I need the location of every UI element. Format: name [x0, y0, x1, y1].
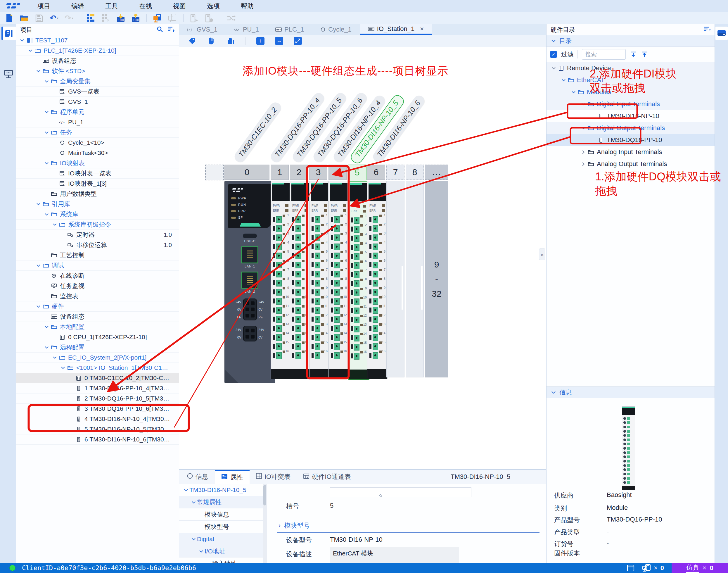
io-module[interactable]: PWRERR12345678910111213141516: [290, 181, 311, 379]
channel-9[interactable]: 9: [291, 287, 309, 296]
tree-item[interactable]: 5 TM30-DI16-NP-10_5[TM30-DI16-NP-10]: [16, 424, 179, 434]
channel-3[interactable]: 3: [311, 232, 328, 242]
channel-16[interactable]: 16: [291, 350, 309, 359]
tree-item[interactable]: Digital Input Terminals: [547, 98, 715, 110]
tree-item[interactable]: 6 TM30-DI16-NP-10_6[TM30-DI16-NP-10]: [16, 434, 179, 445]
properties-tab-硬件IO通道表[interactable]: 硬件IO通道表: [297, 470, 357, 484]
lan1-port[interactable]: [241, 247, 258, 263]
channel-16[interactable]: 16: [350, 351, 368, 360]
channel-9[interactable]: 9: [369, 287, 386, 296]
channel-4[interactable]: 4: [369, 242, 386, 251]
open-project-icon[interactable]: [19, 13, 30, 23]
chevron-down-icon[interactable]: [51, 223, 58, 226]
menu-item-编辑[interactable]: 编辑: [61, 0, 95, 12]
channel-1[interactable]: 1: [350, 215, 368, 224]
channel-14[interactable]: 14: [330, 332, 347, 341]
device-desc-textarea[interactable]: EtherCAT 模块: [330, 547, 459, 563]
channel-7[interactable]: 7: [311, 269, 328, 278]
io-module-slot[interactable]: PWRERR12345678910111213141516: [329, 181, 346, 377]
tree-item[interactable]: EC_IO_System_2[P/X-port1]: [16, 353, 179, 363]
channel-15[interactable]: 15: [291, 341, 309, 350]
lan2-port[interactable]: [241, 272, 258, 289]
io-module-slot[interactable]: PWRERR12345678910111213141516: [271, 181, 288, 377]
chevron-down-icon[interactable]: [198, 550, 205, 553]
slot-header-3[interactable]: 3: [309, 165, 327, 180]
tree-item[interactable]: Digital Output Terminals: [547, 122, 715, 134]
catalog-sort-icon[interactable]: [704, 26, 711, 34]
module-stop-icon[interactable]: [204, 13, 215, 23]
tree-item[interactable]: TM30-DQ16-PP-10: [547, 134, 715, 146]
channel-8[interactable]: 8: [291, 278, 309, 287]
io-module[interactable]: PWRERR12345678910111213141516: [367, 181, 388, 379]
tree-item[interactable]: 全局变量集: [16, 76, 179, 87]
tree-item[interactable]: IO映射表_1[3]: [16, 178, 179, 189]
info-section-bar[interactable]: 信息: [547, 387, 715, 398]
channel-3[interactable]: 3: [330, 232, 347, 242]
tree-item[interactable]: 系统库: [16, 209, 179, 219]
redo-icon[interactable]: ↷▾: [64, 13, 74, 23]
tree-item[interactable]: PLC_1[T426E-XEP-Z1-10]: [16, 46, 179, 56]
channel-16[interactable]: 16: [272, 350, 290, 359]
tree-item[interactable]: Cycle_1<10>: [16, 138, 179, 148]
io-module[interactable]: PWRERR12345678910111213141516: [271, 181, 291, 379]
channel-14[interactable]: 14: [272, 332, 290, 341]
channel-10[interactable]: 10: [272, 296, 290, 305]
chevron-down-icon[interactable]: [35, 69, 42, 72]
channel-3[interactable]: 3: [369, 232, 386, 242]
tree-item[interactable]: 0 TM30-C1EC-10_2[TM30-C1EC-10]: [16, 373, 179, 383]
chevron-down-icon[interactable]: [35, 305, 42, 308]
menu-item-视图[interactable]: 视图: [163, 0, 197, 12]
tab-GVS_1[interactable]: (x)GVS_1: [179, 24, 226, 35]
matrix-disabled-icon[interactable]: ✕: [101, 13, 111, 23]
tree-item[interactable]: 在线诊断: [16, 271, 179, 281]
channel-4[interactable]: 4: [311, 242, 328, 251]
slot-header-2[interactable]: 2: [290, 165, 308, 180]
channel-16[interactable]: 16: [369, 350, 386, 359]
channel-13[interactable]: 13: [369, 323, 386, 332]
tree-item[interactable]: TM30-DI16-NP-10: [547, 110, 715, 122]
catalog-search-input[interactable]: [582, 49, 626, 60]
tree-item[interactable]: 工艺控制: [16, 250, 179, 260]
channel-12[interactable]: 12: [311, 314, 328, 323]
io-module[interactable]: PWRERR12345678910111213141516: [329, 181, 349, 379]
channel-5[interactable]: 5: [350, 251, 368, 260]
tree-item[interactable]: Modules: [547, 86, 715, 98]
channel-6[interactable]: 6: [291, 260, 309, 269]
cpu-module[interactable]: PWRRUNERRSFUSB-CLAN-1LAN-224V0VPE24V0VPE…: [224, 181, 275, 383]
slot-header-8[interactable]: 8: [406, 165, 424, 180]
hardware-canvas[interactable]: 添加IO模块---硬件组态生成----项目树显示 TM30-C1EC-10_2T…: [179, 47, 546, 469]
chevron-down-icon[interactable]: [43, 346, 50, 349]
io-module-selected[interactable]: PWRERR12345678910111213141516: [348, 181, 370, 380]
channel-8[interactable]: 8: [350, 278, 368, 288]
channel-9[interactable]: 9: [272, 287, 290, 296]
tab-PLC_1[interactable]: PLC_1: [267, 24, 312, 35]
tree-item[interactable]: 用户数据类型: [16, 189, 179, 199]
channel-11[interactable]: 11: [291, 305, 309, 314]
channel-2[interactable]: 2: [272, 223, 290, 232]
channel-2[interactable]: 2: [311, 223, 328, 232]
undo-icon[interactable]: ↶▾: [49, 13, 59, 23]
tag-tool-icon[interactable]: [188, 37, 197, 45]
menu-item-选项[interactable]: 选项: [197, 0, 230, 12]
module-model-section[interactable]: ›模块型号: [279, 521, 310, 530]
channel-6[interactable]: 6: [272, 260, 290, 269]
channel-11[interactable]: 11: [330, 305, 347, 314]
chevron-down-icon[interactable]: [580, 103, 587, 106]
new-project-icon[interactable]: [4, 13, 15, 23]
channel-12[interactable]: 12: [350, 315, 368, 324]
channel-4[interactable]: 4: [272, 242, 290, 251]
channel-7[interactable]: 7: [272, 269, 290, 278]
chevron-down-icon[interactable]: [26, 49, 34, 52]
pan-tool-icon[interactable]: [207, 37, 216, 45]
channel-14[interactable]: 14: [369, 332, 386, 341]
empty-slot[interactable]: [406, 181, 424, 377]
channel-3[interactable]: 3: [291, 232, 309, 242]
chevron-down-icon[interactable]: [18, 39, 25, 42]
tree-item[interactable]: 设备组态: [16, 56, 179, 66]
channel-4[interactable]: 4: [291, 242, 309, 251]
channel-10[interactable]: 10: [350, 297, 368, 306]
channel-5[interactable]: 5: [311, 251, 328, 260]
tree-item[interactable]: 监控表: [16, 291, 179, 301]
channel-1[interactable]: 1: [330, 214, 347, 223]
tree-item[interactable]: Remote Device: [547, 62, 715, 74]
